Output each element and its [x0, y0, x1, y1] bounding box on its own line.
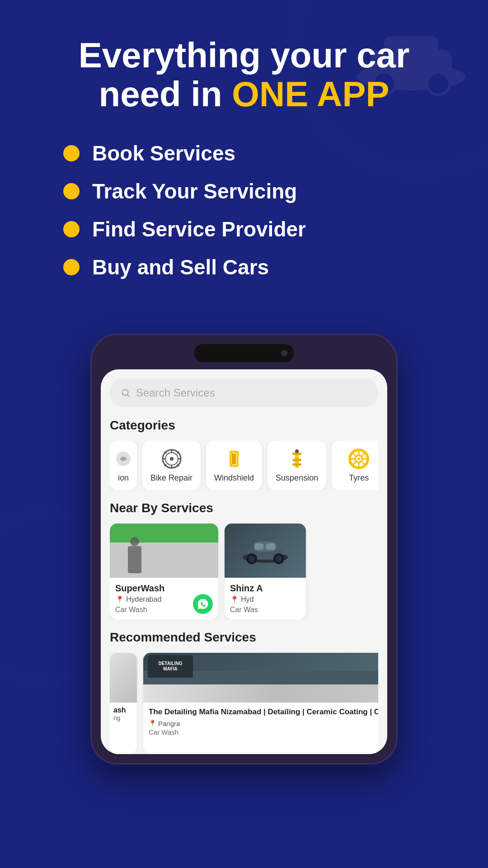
svg-rect-26 — [292, 459, 301, 461]
feature-item-buy: Buy and Sell Cars — [63, 255, 425, 279]
detailing-mafia-image: DETAILINGMAFIA — [143, 653, 378, 703]
bullet-find — [63, 221, 80, 237]
service-card-shinz[interactable]: Shinz A 📍 Hyd Car Was — [225, 524, 306, 619]
categories-section: Categories ion — [110, 418, 378, 490]
shinz-body: Shinz A 📍 Hyd Car Was — [225, 578, 306, 619]
windshield-icon — [223, 448, 245, 470]
hero-title-line1: Everything your car — [79, 35, 410, 75]
bullet-track — [63, 183, 80, 199]
feature-text-buy: Buy and Sell Cars — [92, 255, 269, 279]
svg-rect-48 — [266, 543, 275, 550]
location-pin-shinz: 📍 — [230, 595, 239, 604]
svg-point-28 — [295, 449, 299, 453]
shinz-name: Shinz A — [230, 583, 300, 594]
feature-text-book: Book Services — [92, 141, 235, 165]
svg-point-10 — [170, 457, 174, 461]
feature-item-track: Track Your Servicing — [63, 179, 425, 203]
svg-rect-47 — [254, 543, 263, 550]
category-bike-repair[interactable]: Bike Repair — [142, 441, 201, 490]
category-windshield[interactable]: Windshield — [206, 441, 262, 490]
partial-left-name: ash — [113, 706, 133, 714]
detailing-mafia-city: Pangra — [158, 720, 180, 727]
phone-notch — [194, 344, 294, 362]
superwash-image — [110, 524, 218, 578]
location-pin-superwash: 📍 — [115, 595, 124, 604]
bullet-buy — [63, 259, 80, 275]
partial-left-type: ng — [113, 714, 133, 722]
category-tyres[interactable]: Tyres — [332, 441, 378, 490]
phone-camera — [281, 350, 287, 356]
search-bar[interactable]: Search Services — [110, 378, 378, 407]
categories-label: Categories — [110, 418, 378, 433]
bike-repair-label: Bike Repair — [150, 473, 192, 483]
nearby-label: Near By Services — [110, 501, 378, 515]
svg-rect-22 — [233, 453, 235, 464]
feature-list: Book Services Track Your Servicing Find … — [27, 141, 461, 279]
service-card-superwash[interactable]: SuperWash 📍 Hyderabad Car Wash — [110, 524, 218, 619]
hero-title: Everything your car need in ONE APP — [27, 36, 461, 114]
location-pin-mafia: 📍 — [149, 720, 156, 727]
detailing-mafia-body: The Detailing Mafia Nizamabad | Detailin… — [143, 703, 378, 754]
suspension-icon — [286, 448, 308, 470]
svg-rect-27 — [292, 463, 301, 466]
suspension-label: Suspension — [276, 473, 318, 483]
phone-mockup: Search Services Categories ion — [90, 334, 398, 764]
recommended-label: Recommended Services — [110, 630, 378, 645]
recommended-section: Recommended Services ash ng — [110, 630, 378, 754]
shinz-location-row: 📍 Hyd — [230, 595, 300, 604]
svg-point-31 — [357, 458, 360, 460]
partial-icon — [113, 448, 134, 470]
bullet-book — [63, 145, 80, 161]
feature-text-find: Find Service Provider — [92, 217, 306, 241]
shinz-image — [225, 524, 306, 578]
phone-container: Search Services Categories ion — [0, 334, 488, 764]
feature-item-book: Book Services — [63, 141, 425, 165]
svg-line-6 — [127, 395, 129, 396]
hero-section: Everything your car need in ONE APP Book… — [0, 0, 488, 325]
shinz-city: Hyd — [241, 595, 253, 604]
phone-screen: Search Services Categories ion — [101, 369, 387, 754]
detailing-mafia-name: The Detailing Mafia Nizamabad | Detailin… — [149, 707, 378, 717]
detailing-mafia-type: Car Wash — [149, 728, 378, 736]
recommended-cards: ash ng DETAILINGMAFIA — [110, 653, 378, 754]
tyres-label: Tyres — [349, 473, 369, 483]
bike-repair-icon — [161, 448, 183, 470]
superwash-name: SuperWash — [115, 583, 213, 594]
svg-rect-23 — [235, 453, 236, 464]
category-partial[interactable]: ion — [110, 441, 137, 490]
hero-title-highlight: ONE APP — [232, 74, 389, 114]
partial-label: ion — [118, 473, 129, 483]
svg-point-44 — [249, 556, 255, 562]
detailing-mafia-location: 📍 Pangra — [149, 720, 378, 727]
category-suspension[interactable]: Suspension — [267, 441, 326, 490]
search-placeholder: Search Services — [136, 387, 215, 399]
nearby-cards: SuperWash 📍 Hyderabad Car Wash — [110, 524, 378, 619]
tyres-icon — [348, 448, 370, 470]
windshield-label: Windshield — [214, 473, 254, 483]
feature-text-track: Track Your Servicing — [92, 179, 297, 203]
feature-item-find: Find Service Provider — [63, 217, 425, 241]
phone-notch-bar — [101, 344, 387, 362]
categories-row: ion — [110, 441, 378, 490]
superwash-city: Hyderabad — [126, 595, 161, 604]
rec-card-partial-left: ash ng — [110, 653, 137, 754]
rec-card-detailing-mafia[interactable]: DETAILINGMAFIA The Detailing Mafia Nizam… — [143, 653, 378, 754]
search-icon — [121, 388, 131, 398]
hero-title-line2: need in — [99, 74, 232, 114]
superwash-whatsapp-button[interactable] — [193, 594, 213, 614]
svg-point-46 — [276, 556, 282, 562]
shinz-type: Car Was — [230, 606, 300, 614]
nearby-section: Near By Services SuperWash — [110, 501, 378, 619]
svg-rect-21 — [232, 453, 233, 464]
